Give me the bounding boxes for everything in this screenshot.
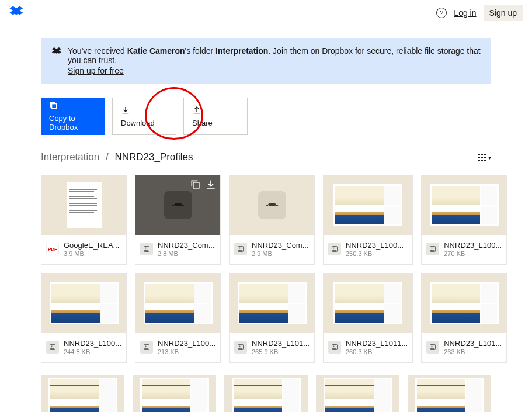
file-name: NNRD23_L100... [158,339,215,348]
svg-point-21 [432,346,433,347]
file-size: 3.9 MB [64,250,121,257]
file-name: NNRD23_L101... [444,339,502,348]
shared-folder-banner: You've received Katie Cameron's folder I… [41,38,491,84]
file-size: 263 KB [444,348,502,355]
file-size: 2.8 MB [158,250,215,257]
share-button[interactable]: Share [183,98,248,135]
file-card[interactable]: NNRD23_L100...244.8 KB [41,273,127,363]
svg-rect-0 [52,104,57,109]
file-name: NNRD23_L1011... [346,339,408,348]
svg-point-7 [239,248,241,249]
image-icon [328,243,341,255]
svg-point-4 [145,248,147,249]
breadcrumb-parent[interactable]: Interpretation [41,151,99,162]
dropbox-logo[interactable] [9,5,23,21]
copy-icon [49,101,58,110]
copy-label: Copy to Dropbox [49,114,97,131]
app-header: ? Log in Sign up [0,0,532,26]
file-card[interactable] [316,375,399,412]
pdf-icon: PDF [46,243,59,255]
image-icon [234,341,247,354]
file-card[interactable]: NNRD23_L101...265.9 KB [229,273,315,363]
file-size: 213 KB [158,348,215,355]
file-card[interactable]: PDFGoogleE_REA...3.9 MB [41,175,127,265]
image-icon [426,341,439,354]
banner-text: You've received Katie Cameron's folder I… [68,46,481,75]
banner-prefix: You've received [68,46,127,56]
file-size: 244.8 KB [64,348,121,355]
file-name: NNRD23_L100... [346,241,408,250]
file-card[interactable]: NNRD23_L100...250.3 KB [323,175,413,265]
signup-button[interactable]: Sign up [484,5,523,21]
dropbox-icon [51,46,62,58]
share-icon [192,106,201,115]
file-name: NNRD23_Com... [252,241,310,250]
banner-mid: 's folder [185,46,215,56]
image-icon [140,341,153,354]
breadcrumb: Interpretation / NNRD23_Profiles [41,151,193,163]
download-icon[interactable] [205,179,217,191]
svg-point-15 [145,346,147,347]
download-label: Download [121,119,168,127]
breadcrumb-separator: / [106,151,109,162]
login-link[interactable]: Log in [454,8,476,18]
file-name: NNRD23_Com... [158,241,215,250]
file-size: 250.3 KB [346,250,408,257]
file-card[interactable]: NNRD23_Com...2.9 MB [229,175,315,265]
stack-icon[interactable] [190,179,201,191]
chevron-down-icon: ▾ [488,154,491,161]
banner-sender: Katie Cameron [127,46,185,56]
file-card[interactable] [408,375,491,412]
copy-to-dropbox-button[interactable]: Copy to Dropbox [41,98,105,135]
breadcrumb-row: Interpretation / NNRD23_Profiles ▾ [41,151,491,163]
view-toggle[interactable]: ▾ [478,154,491,161]
file-size: 2.9 MB [252,250,310,257]
image-icon [46,341,59,354]
svg-point-5 [268,203,276,206]
download-icon [121,106,130,115]
help-icon[interactable]: ? [436,8,447,18]
file-name: NNRD23_L100... [444,241,502,250]
image-icon [234,243,247,255]
file-card[interactable]: NNRD23_L101...263 KB [421,273,507,363]
grid-view-icon [478,154,486,161]
svg-point-9 [333,248,335,249]
file-card[interactable] [41,375,124,412]
file-card[interactable] [224,375,308,412]
svg-point-17 [239,346,241,347]
file-card[interactable]: NNRD23_Com...2.8 MB [135,175,221,265]
file-card[interactable]: NNRD23_L1011...260.3 KB [323,273,413,363]
file-size: 265.9 KB [252,348,310,355]
file-card[interactable]: NNRD23_L100...270 KB [421,175,507,265]
image-icon [328,341,341,354]
file-grid: PDFGoogleE_REA...3.9 MBNNRD23_Com...2.8 … [41,175,491,363]
main-content: You've received Katie Cameron's folder I… [0,26,532,412]
file-name: GoogleE_REA... [64,241,121,250]
breadcrumb-current: NNRD23_Profiles [114,151,193,162]
image-icon [426,243,439,255]
image-icon [140,243,153,255]
download-button[interactable]: Download [112,98,176,135]
svg-point-11 [432,248,433,249]
file-card[interactable]: NNRD23_L100...213 KB [135,273,221,363]
action-bar: Copy to Dropbox Download Share [41,98,491,135]
svg-point-19 [333,346,335,347]
sign-up-free-link[interactable]: Sign up for free [68,66,124,75]
svg-rect-1 [193,182,199,188]
file-name: NNRD23_L100... [64,339,121,348]
share-label: Share [192,119,239,127]
file-size: 260.3 KB [346,348,408,355]
banner-folder: Interpretation [215,46,268,56]
svg-point-13 [51,346,53,347]
file-card[interactable] [133,375,216,412]
file-size: 270 KB [444,250,502,257]
header-right: ? Log in Sign up [436,5,523,21]
file-grid-partial-row [41,375,491,412]
file-name: NNRD23_L101... [252,339,310,348]
svg-point-2 [174,203,182,206]
